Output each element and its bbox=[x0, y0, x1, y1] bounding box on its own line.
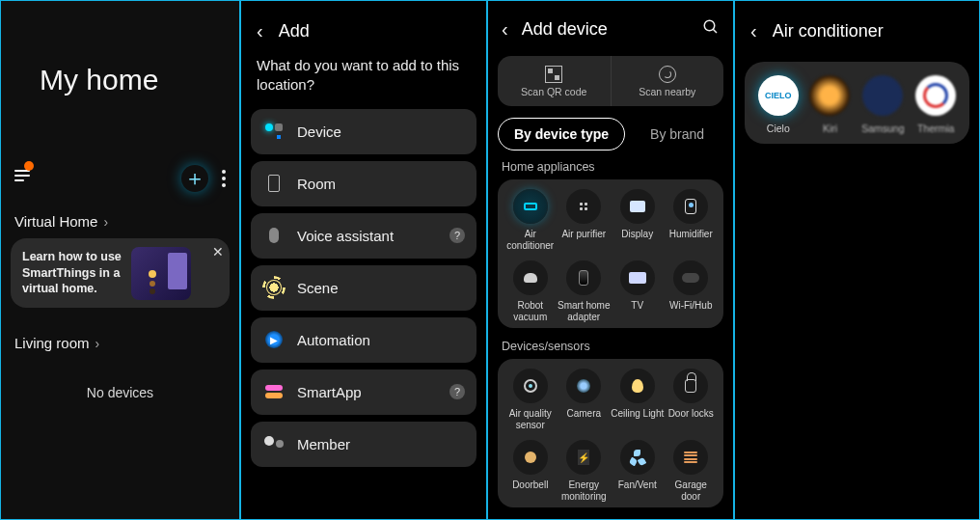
no-devices-label: No devices bbox=[1, 385, 239, 400]
chevron-right-icon: › bbox=[95, 336, 100, 351]
living-room-label: Living room bbox=[14, 335, 90, 351]
header: ‹ Air conditioner bbox=[735, 1, 979, 50]
tile-ceiling-light[interactable]: Ceiling Light bbox=[611, 369, 665, 430]
item-label: Device bbox=[297, 123, 341, 140]
devices-sensors-grid: Air quality sensor Camera Ceiling Light … bbox=[498, 359, 723, 507]
item-label: Scene bbox=[297, 280, 339, 296]
item-label: Member bbox=[297, 436, 350, 452]
hamburger-menu-button[interactable] bbox=[14, 167, 38, 184]
tile-air-purifier[interactable]: Air purifier bbox=[558, 189, 612, 251]
display-icon bbox=[620, 189, 655, 224]
tile-camera[interactable]: Camera bbox=[558, 369, 612, 430]
add-room-item[interactable]: Room bbox=[251, 161, 476, 206]
chevron-right-icon: › bbox=[103, 214, 108, 230]
tile-smart-home-adapter[interactable]: Smart home adapter bbox=[558, 260, 612, 322]
brand-logo-icon bbox=[862, 75, 903, 116]
virtual-home-tip-card[interactable]: Learn how to use SmartThings in a virtua… bbox=[11, 238, 230, 308]
brand-item[interactable]: Thermia bbox=[915, 75, 956, 134]
search-icon bbox=[702, 18, 720, 36]
lock-icon bbox=[673, 369, 708, 403]
item-label: Room bbox=[297, 176, 336, 192]
tile-tv[interactable]: TV bbox=[611, 260, 665, 322]
tv-icon bbox=[620, 260, 655, 295]
screen-add-device: ‹ Add device Scan QR code Scan nearby By… bbox=[487, 0, 734, 520]
page-title: My home bbox=[1, 1, 239, 96]
air-purifier-icon bbox=[566, 189, 601, 224]
virtual-home-header[interactable]: Virtual Home › bbox=[14, 213, 226, 230]
back-button[interactable]: ‹ bbox=[257, 20, 263, 42]
brand-grid: CIELO Cielo Kiri Samsung Thermia bbox=[745, 62, 969, 144]
tile-humidifier[interactable]: Humidifier bbox=[665, 189, 719, 251]
brand-cielo[interactable]: CIELO Cielo bbox=[758, 75, 799, 134]
notification-badge-icon bbox=[24, 161, 34, 171]
brand-item[interactable]: Samsung bbox=[861, 75, 904, 134]
brand-label: Thermia bbox=[917, 123, 955, 134]
room-icon bbox=[264, 174, 284, 193]
add-scene-item[interactable]: Scene bbox=[251, 265, 476, 311]
page-title: Add device bbox=[522, 19, 608, 40]
screen-air-conditioner-brands: ‹ Air conditioner CIELO Cielo Kiri Samsu… bbox=[734, 0, 980, 520]
automation-icon: ▶ bbox=[264, 330, 284, 349]
close-tip-button[interactable]: ✕ bbox=[212, 244, 224, 260]
tile-fan-vent[interactable]: Fan/Vent bbox=[611, 440, 665, 502]
add-automation-item[interactable]: ▶ Automation bbox=[251, 317, 476, 363]
add-voice-assistant-item[interactable]: Voice assistant ? bbox=[251, 213, 476, 259]
living-room-header[interactable]: Living room › bbox=[14, 335, 226, 351]
device-filter-tabs: By device type By brand bbox=[488, 106, 733, 156]
member-icon bbox=[264, 434, 284, 453]
category-devices-sensors: Devices/sensors bbox=[488, 336, 733, 359]
energy-icon: ⚡ bbox=[566, 440, 601, 475]
scan-qr-button[interactable]: Scan QR code bbox=[498, 56, 611, 106]
screen-add: ‹ Add What do you want to add to this lo… bbox=[240, 0, 487, 520]
tile-garage-door[interactable]: Garage door bbox=[665, 440, 719, 502]
item-label: Voice assistant bbox=[297, 228, 394, 244]
tip-illustration-icon bbox=[131, 247, 191, 300]
help-icon[interactable]: ? bbox=[449, 384, 465, 399]
tile-energy-monitoring[interactable]: ⚡Energy monitoring bbox=[558, 440, 612, 502]
more-options-button[interactable] bbox=[222, 169, 226, 188]
tile-doorbell[interactable]: Doorbell bbox=[504, 440, 558, 502]
svg-point-0 bbox=[704, 20, 715, 31]
add-device-item[interactable]: Device bbox=[251, 109, 476, 154]
brand-item[interactable]: Kiri bbox=[809, 75, 850, 134]
header: ‹ Add bbox=[241, 1, 486, 50]
air-conditioner-icon bbox=[513, 189, 548, 224]
add-member-item[interactable]: Member bbox=[251, 422, 476, 467]
item-label: Automation bbox=[297, 332, 370, 348]
tile-display[interactable]: Display bbox=[611, 189, 665, 251]
smartapp-icon bbox=[264, 382, 284, 401]
scan-nearby-label: Scan nearby bbox=[639, 86, 695, 97]
light-icon bbox=[620, 369, 655, 403]
tile-air-conditioner[interactable]: Air conditioner bbox=[504, 189, 558, 251]
tile-wifi-hub[interactable]: Wi-Fi/Hub bbox=[665, 260, 719, 322]
air-quality-icon bbox=[513, 369, 548, 403]
search-button[interactable] bbox=[702, 18, 720, 41]
scan-qr-label: Scan QR code bbox=[521, 86, 586, 97]
back-button[interactable]: ‹ bbox=[502, 18, 508, 41]
back-button[interactable]: ‹ bbox=[750, 20, 757, 42]
microphone-icon bbox=[264, 226, 284, 245]
tab-by-brand[interactable]: By brand bbox=[635, 118, 720, 151]
brand-label: Kiri bbox=[823, 123, 837, 134]
screen-my-home: My home ＋ Virtual Home › Learn how to us… bbox=[0, 0, 240, 520]
robot-vacuum-icon bbox=[513, 260, 548, 295]
tile-door-locks[interactable]: Door locks bbox=[665, 369, 719, 430]
add-button[interactable]: ＋ bbox=[181, 165, 208, 192]
doorbell-icon bbox=[513, 440, 548, 475]
sun-icon bbox=[264, 278, 284, 297]
tip-text: Learn how to use SmartThings in a virtua… bbox=[22, 249, 122, 298]
brand-label: Cielo bbox=[767, 123, 790, 134]
tile-robot-vacuum[interactable]: Robot vacuum bbox=[504, 260, 558, 322]
home-toolbar: ＋ bbox=[181, 165, 226, 192]
item-label: SmartApp bbox=[297, 384, 362, 400]
svg-line-1 bbox=[713, 29, 717, 33]
add-prompt-text: What do you want to add to this location… bbox=[241, 50, 486, 109]
header: ‹ Add device bbox=[488, 1, 733, 50]
tab-by-device-type[interactable]: By device type bbox=[498, 118, 625, 151]
brand-logo-icon bbox=[915, 75, 956, 116]
add-smartapp-item[interactable]: SmartApp ? bbox=[251, 369, 476, 415]
tile-air-quality-sensor[interactable]: Air quality sensor bbox=[504, 369, 558, 430]
help-icon[interactable]: ? bbox=[449, 228, 465, 243]
hamburger-icon bbox=[14, 175, 30, 177]
scan-nearby-button[interactable]: Scan nearby bbox=[611, 56, 724, 106]
